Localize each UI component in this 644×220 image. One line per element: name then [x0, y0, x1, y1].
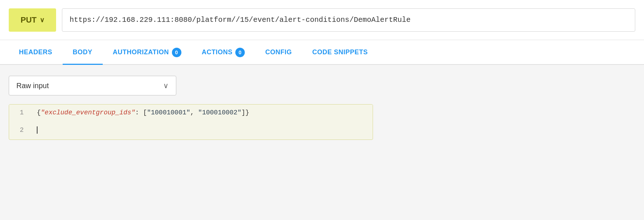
- line-content-1: {"exclude_eventgroup_ids": ["100010001",…: [31, 105, 373, 121]
- line-number-2: 2: [9, 122, 31, 138]
- line-content-2: [31, 122, 373, 138]
- tab-body-label: BODY: [73, 48, 93, 56]
- url-input[interactable]: [62, 8, 635, 32]
- tab-headers[interactable]: HEADERS: [9, 41, 63, 65]
- tab-headers-label: HEADERS: [19, 48, 52, 56]
- tab-body[interactable]: BODY: [63, 41, 103, 65]
- authorization-badge: 0: [172, 48, 181, 57]
- tab-config[interactable]: CONFIG: [255, 41, 302, 65]
- tab-code-snippets-label: CODE SNIPPETS: [312, 48, 368, 56]
- raw-input-label: Raw input: [16, 82, 49, 90]
- code-line-2: 2: [9, 122, 373, 140]
- code-editor[interactable]: 1 {"exclude_eventgroup_ids": ["100010001…: [9, 104, 373, 140]
- method-button[interactable]: PUT ∨: [9, 8, 56, 32]
- method-label: PUT: [21, 15, 37, 25]
- content-area: Raw input ∨ 1 {"exclude_eventgroup_ids":…: [0, 65, 644, 220]
- tab-code-snippets[interactable]: CODE SNIPPETS: [302, 41, 378, 65]
- actions-badge: 0: [235, 48, 245, 57]
- tab-authorization-label: AUTHORIZATION: [113, 48, 169, 56]
- code-line-1: 1 {"exclude_eventgroup_ids": ["100010001…: [9, 105, 373, 122]
- method-chevron-icon: ∨: [40, 16, 44, 24]
- tab-config-label: CONFIG: [265, 48, 292, 56]
- text-cursor: [37, 126, 38, 134]
- line-number-1: 1: [9, 105, 31, 121]
- raw-input-dropdown[interactable]: Raw input ∨: [9, 76, 176, 95]
- top-bar: PUT ∨: [0, 0, 644, 40]
- tab-actions[interactable]: ACTIONS 0: [192, 41, 255, 65]
- tab-actions-label: ACTIONS: [202, 48, 233, 56]
- dropdown-chevron-icon: ∨: [163, 81, 169, 90]
- tabs-bar: HEADERS BODY AUTHORIZATION 0 ACTIONS 0 C…: [0, 40, 644, 65]
- tab-authorization[interactable]: AUTHORIZATION 0: [103, 41, 192, 65]
